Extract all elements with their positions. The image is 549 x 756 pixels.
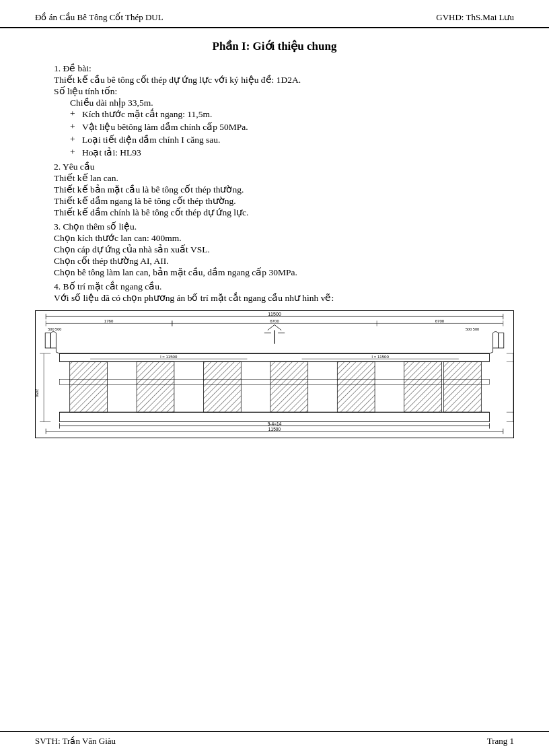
header-right: GVHD: ThS.Mai Lưu [436, 12, 514, 23]
svg-text:2050: 2050 [36, 389, 39, 397]
svg-rect-39 [60, 412, 490, 421]
svg-rect-36 [404, 362, 442, 412]
section-1: 1. Đề bài: Thiết kế cầu bê tông cốt thép… [35, 63, 514, 158]
section-1-plus-3: + Hoạt tải: HL93 [70, 147, 514, 158]
section-3-line-1: Chọn cáp dự ứng của nhà sản xuất VSL. [54, 244, 514, 255]
section-2-number: 2. [54, 162, 63, 172]
svg-rect-32 [137, 362, 174, 412]
plus-symbol: + [70, 134, 82, 145]
svg-text:500 500: 500 500 [48, 327, 61, 331]
footer-left: SVTH: Trần Văn Giàu [35, 736, 116, 747]
section-2-line-3: Thiết kế dầm chính là bê tông cốt thép d… [54, 207, 514, 218]
section-4-label: Bố trí mặt cắt ngang cầu. [63, 281, 162, 291]
svg-rect-34 [270, 362, 308, 412]
section-1-line-1: Số liệu tính tốn: [54, 85, 514, 97]
svg-text:6700: 6700 [435, 318, 445, 323]
svg-rect-37 [444, 362, 482, 412]
section-1-label: Đề bài: [63, 63, 92, 73]
footer-right: Trang 1 [487, 736, 514, 747]
plus-symbol: + [70, 121, 82, 133]
svg-rect-23 [60, 353, 490, 362]
svg-text:11500: 11500 [268, 427, 281, 432]
section-1-number: 1. [54, 63, 63, 73]
page-content: Phần I: Giới thiệu chung 1. Đề bài: Thiế… [0, 28, 549, 479]
section-3-number: 3. [54, 221, 63, 232]
section-2: 2. Yêu cầu Thiết kế lan can. Thiết kế bả… [35, 161, 514, 218]
section-2-line-0: Thiết kế lan can. [54, 172, 514, 184]
page-footer: SVTH: Trần Văn Giàu Trang 1 [0, 731, 549, 756]
bridge-svg: 11500 1760 6700 6700 500 500 500 500 [36, 311, 513, 438]
section-3-line-2: Chọn cốt thép thường AI, AII. [54, 255, 514, 267]
section-2-label: Yêu cầu [63, 162, 95, 172]
svg-rect-31 [70, 362, 108, 412]
section-1-plus-0: + Kích thước mặt cắt ngang: 11,5m. [70, 108, 514, 120]
section-1-plus-1: + Vật liệu bêtông làm dầm chính cấp 50MP… [70, 121, 514, 133]
page-title: Phần I: Giới thiệu chung [35, 39, 514, 53]
svg-text:9-4=14: 9-4=14 [268, 421, 282, 426]
svg-rect-17 [45, 333, 50, 348]
svg-text:l = 11500: l = 11500 [372, 354, 390, 359]
svg-text:6700: 6700 [270, 318, 279, 323]
section-1-line-0: Thiết kế cầu bê tông cốt thép dự ứng lực… [54, 74, 514, 85]
svg-rect-35 [337, 362, 375, 412]
section-3-line-3: Chọn bê tông làm lan can, bản mặt cầu, d… [54, 267, 514, 278]
section-4-line-0: Với số liệu đã có chọn phương án bố trí … [54, 292, 514, 304]
section-3-label: Chọn thêm số liệu. [63, 221, 137, 232]
svg-rect-33 [204, 362, 242, 412]
section-1-plus-2: + Loại tiết diện dầm chính I căng sau. [70, 134, 514, 145]
section-2-line-1: Thiết kế bản mặt cầu là bê tông cốt thép… [54, 184, 514, 195]
section-3: 3. Chọn thêm số liệu. Chọn kích thước la… [35, 221, 514, 278]
svg-text:11500: 11500 [268, 312, 281, 317]
section-1-line-2: Chiều dài nhịp 33,5m. [70, 97, 514, 108]
page-header: Đồ án Cầu Bê Tông Cốt Thép DUL GVHD: ThS… [0, 0, 549, 28]
svg-text:1760: 1760 [104, 318, 114, 323]
section-3-line-0: Chọn kích thước lan can: 400mm. [54, 232, 514, 244]
plus-symbol: + [70, 147, 82, 158]
section-2-line-2: Thiết kế dầm ngang là bê tông cốt thép t… [54, 195, 514, 207]
svg-rect-18 [499, 333, 504, 348]
section-4: 4. Bố trí mặt cắt ngang cầu. Với số liệu… [35, 281, 514, 304]
bridge-diagram: 11500 1760 6700 6700 500 500 500 500 [35, 310, 514, 438]
svg-text:500 500: 500 500 [466, 327, 479, 331]
section-4-number: 4. [54, 281, 63, 291]
plus-symbol: + [70, 108, 82, 120]
header-left: Đồ án Cầu Bê Tông Cốt Thép DUL [35, 12, 163, 23]
page: Đồ án Cầu Bê Tông Cốt Thép DUL GVHD: ThS… [0, 0, 549, 756]
svg-text:l = 11500: l = 11500 [160, 354, 178, 359]
